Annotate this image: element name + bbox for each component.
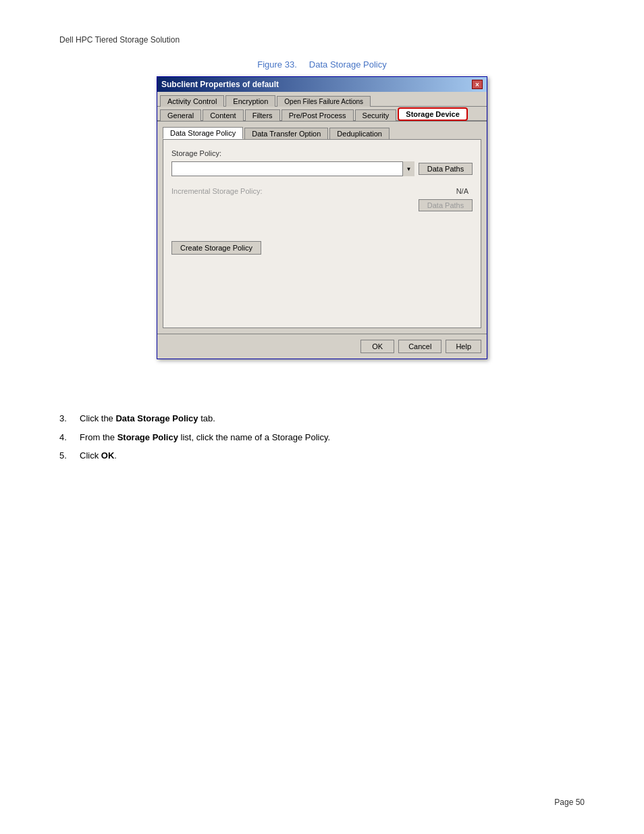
- incremental-data-paths-button[interactable]: Data Paths: [419, 199, 473, 211]
- instruction-item-3: 3. Click the Data Storage Policy tab.: [59, 412, 585, 425]
- incremental-policy-label: Incremental Storage Policy:: [171, 187, 452, 195]
- dialog-titlebar: Subclient Properties of default ×: [157, 77, 487, 92]
- figure-container: Figure 33. Data Storage Policy Subclient…: [59, 59, 585, 359]
- data-paths-button[interactable]: Data Paths: [419, 163, 473, 175]
- inner-tab-data-storage-policy[interactable]: Data Storage Policy: [163, 127, 243, 139]
- figure-title: Figure 33. Data Storage Policy: [59, 59, 585, 70]
- dialog-window: Subclient Properties of default × Activi…: [157, 76, 487, 359]
- instructions-section: 3. Click the Data Storage Policy tab. 4.…: [59, 412, 585, 468]
- incremental-na-text: N/A: [456, 187, 468, 195]
- incremental-policy-section: Incremental Storage Policy: N/A: [171, 187, 473, 195]
- page-header: Dell HPC Tiered Storage Solution: [59, 35, 180, 45]
- figure-label: Figure 33.: [257, 59, 297, 70]
- inner-tabs: Data Storage Policy Data Transfer Option…: [163, 127, 481, 139]
- storage-policy-section: Storage Policy: ▼ Data Paths: [171, 149, 473, 176]
- dropdown-arrow-icon[interactable]: ▼: [402, 161, 414, 176]
- header-title: Dell HPC Tiered Storage Solution: [59, 35, 180, 45]
- instruction-item-4: 4. From the Storage Policy list, click t…: [59, 431, 585, 444]
- tabs-row2: General Content Filters Pre/Post Process…: [157, 107, 487, 122]
- ok-button[interactable]: OK: [360, 340, 394, 353]
- create-storage-policy-button[interactable]: Create Storage Policy: [171, 241, 261, 255]
- tab-encryption[interactable]: Encryption: [225, 95, 275, 107]
- tabs-row1: Activity Control Encryption Open Files F…: [157, 92, 487, 107]
- storage-policy-row: ▼ Data Paths: [171, 161, 473, 176]
- close-button[interactable]: ×: [472, 80, 483, 89]
- tab-activity-control[interactable]: Activity Control: [160, 95, 224, 107]
- storage-policy-dropdown[interactable]: [171, 161, 414, 176]
- tab-general[interactable]: General: [160, 109, 201, 121]
- tab-content[interactable]: Content: [203, 109, 244, 121]
- cancel-button[interactable]: Cancel: [398, 340, 441, 353]
- tab-storage-device[interactable]: Storage Device: [398, 107, 467, 121]
- dialog-body: Data Storage Policy Data Transfer Option…: [157, 122, 487, 334]
- tab-security[interactable]: Security: [355, 109, 397, 121]
- help-button[interactable]: Help: [446, 340, 481, 353]
- dialog-footer: OK Cancel Help: [157, 334, 487, 359]
- tab-open-files[interactable]: Open Files Failure Actions: [277, 96, 371, 107]
- storage-policy-label: Storage Policy:: [171, 149, 473, 157]
- dialog-title: Subclient Properties of default: [161, 80, 472, 89]
- storage-policy-dropdown-wrapper: ▼: [171, 161, 414, 176]
- inner-content: Storage Policy: ▼ Data Paths Incremental…: [163, 139, 481, 328]
- inner-tab-data-transfer[interactable]: Data Transfer Option: [244, 128, 328, 139]
- page-number: Page 50: [554, 798, 585, 807]
- inner-tab-deduplication[interactable]: Deduplication: [329, 128, 390, 139]
- instruction-item-5: 5. Click OK.: [59, 449, 585, 463]
- tab-filters[interactable]: Filters: [245, 109, 280, 121]
- tab-pre-post[interactable]: Pre/Post Process: [281, 109, 354, 121]
- figure-title-text: Data Storage Policy: [309, 59, 387, 70]
